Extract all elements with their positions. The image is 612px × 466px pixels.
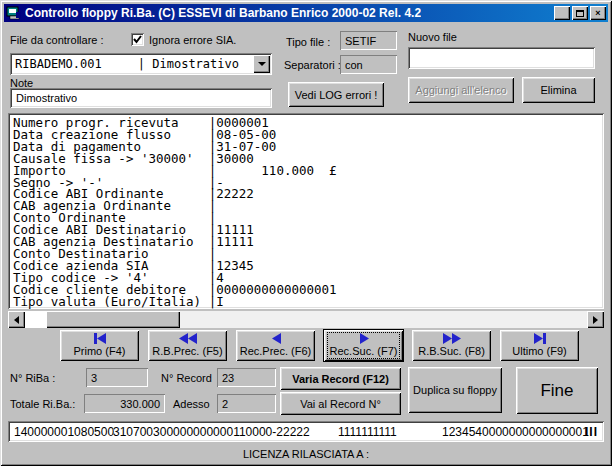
raw-segment-sia-cliente: 1234540000000000000001 <box>442 425 589 439</box>
vai-al-record-button[interactable]: Vai al Record N° <box>280 392 401 415</box>
scrollbar-track[interactable] <box>25 311 46 328</box>
titlebar[interactable]: Controllo floppy Ri.Ba. (C) ESSEVI di Ba… <box>4 4 608 22</box>
skip-last-icon <box>528 333 552 344</box>
rec-suc-button[interactable]: Rec.Suc. (F7) <box>324 330 403 361</box>
tipo-file-value-box: SETIF <box>340 31 397 50</box>
adesso-label: Adesso <box>173 398 210 410</box>
duplica-floppy-button[interactable]: Duplica su floppy <box>408 367 502 413</box>
scroll-left-arrow-icon <box>14 316 19 324</box>
totale-riba-value: 330.000 <box>120 398 160 410</box>
file-da-controllare-label: File da controllare : <box>10 34 104 46</box>
chevron-down-icon <box>258 62 266 66</box>
varia-record-label: Varia Record (F12) <box>292 373 389 385</box>
adesso-value: 2 <box>222 398 228 410</box>
varia-record-button[interactable]: Varia Record (F12) <box>280 367 401 390</box>
totale-riba-label: Totale Ri.Ba.: <box>10 398 75 410</box>
ultimo-label: Ultimo (F9) <box>512 345 566 357</box>
elimina-button[interactable]: Elimina <box>522 77 595 103</box>
note-input[interactable] <box>10 88 272 108</box>
aggiungi-elenco-button[interactable]: Aggiungi all'elenco <box>408 77 514 103</box>
step-backward-icon <box>264 333 288 344</box>
raw-record-status-bar: 140000001080500 310700300000000000110000… <box>8 421 604 442</box>
n-riba-value: 3 <box>91 372 97 384</box>
aggiungi-elenco-label: Aggiungi all'elenco <box>415 84 506 96</box>
scrollbar-thumb[interactable] <box>46 311 180 328</box>
record-viewer[interactable]: Numero progr. ricevuta |0000001 Data cre… <box>8 113 604 309</box>
elimina-label: Elimina <box>540 84 576 96</box>
nuovo-file-label: Nuovo file <box>408 31 457 43</box>
n-riba-label: N° RiBa : <box>10 372 55 384</box>
record-line: Tipo valuta (Euro/Italia) |I <box>13 296 602 308</box>
fast-backward-icon <box>175 333 201 344</box>
window-title: Controllo floppy Ri.Ba. (C) ESSEVI di Ba… <box>25 6 421 20</box>
duplica-floppy-label: Duplica su floppy <box>413 384 497 396</box>
n-riba-value-box: 3 <box>86 368 148 387</box>
n-record-value: 23 <box>222 372 234 384</box>
rec-prec-label: Rec.Prec. (F6) <box>240 345 312 357</box>
file-combo-value: RIBADEMO.001 | Dimostrativo <box>10 57 251 71</box>
file-combo[interactable]: RIBADEMO.001 | Dimostrativo <box>10 53 272 75</box>
horizontal-scrollbar[interactable] <box>8 311 604 328</box>
vai-al-record-label: Vai al Record N° <box>300 398 381 410</box>
grip-bars-icon: III <box>585 425 598 439</box>
focus-rectangle <box>328 333 399 358</box>
vedi-log-errori-button[interactable]: Vedi LOG errori ! <box>288 82 384 107</box>
minimize-icon: _ <box>559 12 564 21</box>
raw-segment-header: 140000001080500 <box>14 425 114 439</box>
fast-forward-icon <box>439 333 465 344</box>
n-record-label: N° Record <box>161 372 212 384</box>
scroll-right-arrow-icon <box>593 316 598 324</box>
vedi-log-errori-label: Vedi LOG errori ! <box>295 89 378 101</box>
raw-segment-record: 310700300000000000110000-22222 <box>113 425 310 439</box>
rb-suc-button[interactable]: R.B.Suc. (F8) <box>412 330 491 361</box>
raw-segment-abi-cab: 1111111111 <box>338 425 397 439</box>
licenza-label: LICENZA RILASCIATA A : <box>0 448 612 460</box>
fine-button[interactable]: Fine <box>516 367 598 414</box>
minimize-button[interactable]: _ <box>554 6 570 20</box>
rb-prec-label: R.B.Prec. (F5) <box>152 345 222 357</box>
checkmark-icon <box>133 35 142 44</box>
combo-dropdown-button[interactable] <box>253 55 270 73</box>
app-window: Controllo floppy Ri.Ba. (C) ESSEVI di Ba… <box>0 0 612 466</box>
ignora-errore-sia-label: Ignora errore SIA. <box>149 34 236 46</box>
tipo-file-value: SETIF <box>345 35 376 47</box>
n-record-value-box: 23 <box>217 368 276 387</box>
ultimo-button[interactable]: Ultimo (F9) <box>500 330 579 361</box>
separatori-value-box: con <box>340 55 397 74</box>
totale-riba-value-box: 330.000 <box>84 394 165 413</box>
primo-label: Primo (F4) <box>74 345 126 357</box>
skip-first-icon <box>88 333 112 344</box>
maximize-button[interactable] <box>572 6 588 20</box>
app-icon <box>6 6 22 20</box>
nuovo-file-input[interactable] <box>408 47 595 69</box>
rb-prec-button[interactable]: R.B.Prec. (F5) <box>148 330 227 361</box>
scroll-right-button[interactable] <box>587 311 604 328</box>
rb-suc-label: R.B.Suc. (F8) <box>418 345 485 357</box>
close-icon: × <box>595 9 600 18</box>
close-button[interactable]: × <box>590 6 606 20</box>
maximize-icon <box>576 10 584 17</box>
separatori-value: con <box>345 59 363 71</box>
separatori-label: Separatori : <box>284 59 341 71</box>
ignora-errore-sia-checkbox[interactable] <box>131 33 144 46</box>
adesso-value-box: 2 <box>217 394 276 413</box>
tipo-file-label: Tipo file : <box>286 36 330 48</box>
scroll-left-button[interactable] <box>8 311 25 328</box>
primo-button[interactable]: Primo (F4) <box>60 330 139 361</box>
rec-prec-button[interactable]: Rec.Prec. (F6) <box>236 330 315 361</box>
fine-label: Fine <box>540 381 573 401</box>
